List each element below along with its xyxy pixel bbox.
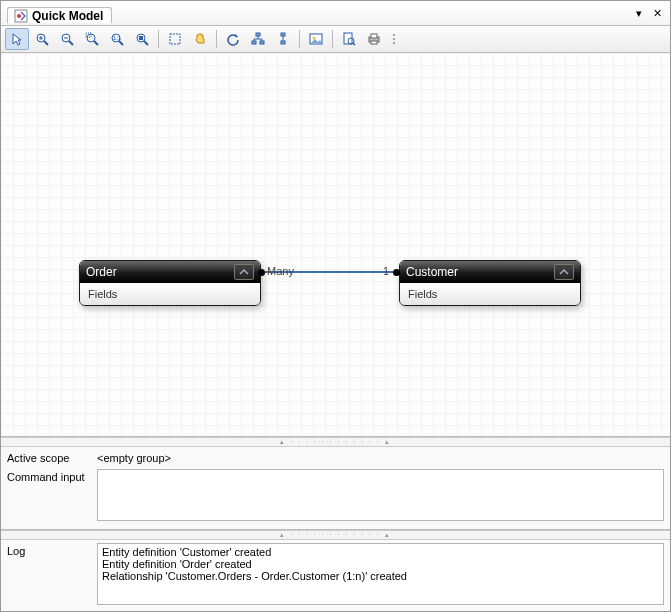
toolbar-separator	[158, 30, 159, 48]
svg-rect-32	[371, 41, 377, 44]
toolbar-separator	[332, 30, 333, 48]
svg-line-3	[44, 41, 48, 45]
active-scope-label: Active scope	[7, 450, 97, 464]
app-window: Quick Model ▾ ✕ 1:1 Order Fields Custome…	[0, 0, 671, 612]
relationship-port-right[interactable]	[393, 269, 400, 276]
pan-icon[interactable]	[188, 28, 212, 50]
collapse-icon[interactable]	[554, 264, 574, 280]
entity-title: Order	[86, 265, 117, 279]
command-panel: Active scope <empty group> Command input	[1, 447, 670, 530]
preview-icon[interactable]	[337, 28, 361, 50]
active-scope-value: <empty group>	[97, 450, 664, 466]
svg-point-9	[87, 34, 95, 42]
svg-line-13	[119, 41, 123, 45]
svg-line-29	[353, 43, 355, 45]
relationship-label-many: Many	[267, 265, 294, 277]
titlebar: Quick Model ▾ ✕	[1, 1, 670, 26]
image-icon[interactable]	[304, 28, 328, 50]
svg-rect-31	[371, 34, 377, 38]
entity-body-label: Fields	[80, 283, 260, 305]
zoom-out-icon[interactable]	[55, 28, 79, 50]
svg-line-16	[144, 41, 148, 45]
zoom-100-icon[interactable]: 1:1	[105, 28, 129, 50]
toolbar-grip-icon	[391, 29, 397, 49]
print-icon[interactable]	[362, 28, 386, 50]
entity-header[interactable]: Customer	[400, 261, 580, 283]
svg-text:1:1: 1:1	[113, 35, 122, 41]
svg-line-7	[69, 41, 73, 45]
svg-rect-21	[260, 41, 264, 44]
svg-rect-17	[139, 36, 143, 40]
entity-body-label: Fields	[400, 283, 580, 305]
toolbar-separator	[216, 30, 217, 48]
svg-rect-18	[170, 34, 180, 44]
diagram-canvas[interactable]: Order Fields Customer Fields	[1, 53, 670, 437]
svg-rect-23	[281, 41, 285, 44]
app-icon	[14, 9, 28, 23]
layout-node-icon[interactable]	[271, 28, 295, 50]
toolbar-separator	[299, 30, 300, 48]
collapse-icon[interactable]	[234, 264, 254, 280]
zoom-in-icon[interactable]	[30, 28, 54, 50]
log-panel: Log Entity definition 'Customer' created…	[1, 540, 670, 611]
toolbar: 1:1	[1, 26, 670, 53]
entity-order[interactable]: Order Fields	[79, 260, 261, 306]
log-label: Log	[7, 543, 97, 557]
document-tab[interactable]: Quick Model	[7, 7, 112, 23]
command-input[interactable]	[97, 469, 664, 521]
relationship-label-one: 1	[383, 265, 389, 277]
svg-point-1	[17, 14, 21, 18]
log-line: Relationship 'Customer.Orders - Order.Cu…	[102, 570, 659, 582]
pointer-icon[interactable]	[5, 28, 29, 50]
layout-tree-icon[interactable]	[246, 28, 270, 50]
refresh-icon[interactable]	[221, 28, 245, 50]
entity-title: Customer	[406, 265, 458, 279]
select-rect-icon[interactable]	[163, 28, 187, 50]
log-line: Entity definition 'Order' created	[102, 558, 659, 570]
svg-rect-22	[281, 33, 285, 36]
window-options-button[interactable]: ▾	[632, 6, 646, 20]
log-line: Entity definition 'Customer' created	[102, 546, 659, 558]
entity-header[interactable]: Order	[80, 261, 260, 283]
entity-customer[interactable]: Customer Fields	[399, 260, 581, 306]
svg-rect-20	[252, 41, 256, 44]
command-input-label: Command input	[7, 469, 97, 483]
svg-line-10	[94, 41, 98, 45]
window-close-button[interactable]: ✕	[650, 6, 664, 20]
window-title: Quick Model	[32, 9, 103, 23]
zoom-fit-icon[interactable]	[130, 28, 154, 50]
splitter[interactable]: ▴ · · · · · · · · · · · · ▴	[1, 437, 670, 447]
log-output[interactable]: Entity definition 'Customer' createdEnti…	[97, 543, 664, 605]
splitter[interactable]: ▴ · · · · · · · · · · · · ▴	[1, 530, 670, 540]
svg-rect-19	[256, 33, 260, 36]
relationship-port-left[interactable]	[258, 269, 265, 276]
zoom-window-icon[interactable]	[80, 28, 104, 50]
